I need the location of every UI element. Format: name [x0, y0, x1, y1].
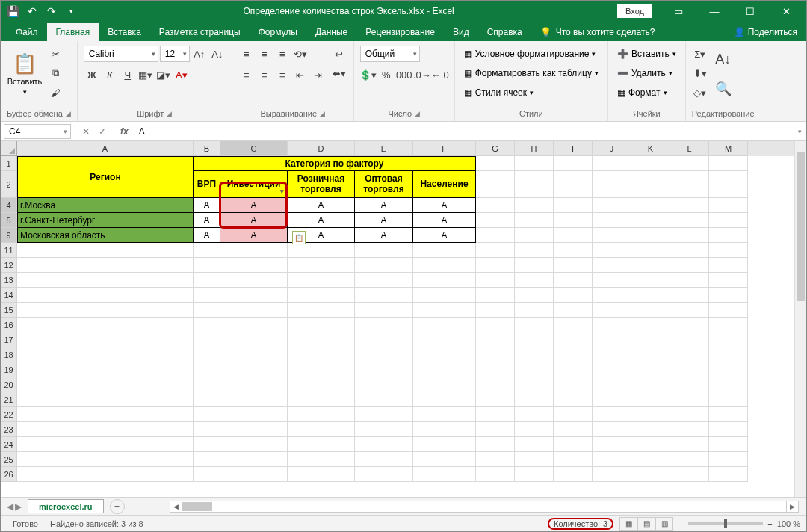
cell[interactable]: [554, 422, 593, 437]
row-header-22[interactable]: 22: [1, 407, 17, 422]
cell[interactable]: [515, 198, 554, 213]
cell[interactable]: [515, 228, 554, 243]
cell[interactable]: [17, 422, 194, 437]
cell[interactable]: [220, 243, 288, 258]
cell[interactable]: [670, 467, 709, 482]
cell[interactable]: [476, 362, 515, 377]
cell[interactable]: [631, 243, 670, 258]
cell[interactable]: [593, 467, 631, 482]
row-header-14[interactable]: 14: [1, 288, 17, 303]
cell[interactable]: [220, 452, 288, 467]
cell[interactable]: [476, 332, 515, 347]
cell[interactable]: Розничная торговля: [288, 171, 355, 198]
cell[interactable]: [554, 407, 593, 422]
qat-dropdown-icon[interactable]: ▾: [62, 2, 80, 20]
cell[interactable]: [288, 407, 355, 422]
cell[interactable]: [631, 258, 670, 273]
fill-icon[interactable]: ⬇▾: [692, 65, 708, 81]
cell[interactable]: [17, 258, 194, 273]
cell[interactable]: [476, 407, 515, 422]
cell[interactable]: [413, 452, 476, 467]
cell[interactable]: [709, 407, 748, 422]
cell[interactable]: [220, 362, 288, 377]
cell[interactable]: [554, 318, 593, 332]
accounting-icon[interactable]: 💲▾: [360, 66, 377, 83]
cell[interactable]: [515, 288, 554, 303]
merge-icon[interactable]: ⬌▾: [331, 65, 347, 81]
dialog-launcher-icon[interactable]: ◢: [167, 110, 172, 117]
cell[interactable]: [709, 273, 748, 288]
maximize-icon[interactable]: ☐: [733, 1, 767, 22]
row-header-25[interactable]: 25: [1, 452, 17, 467]
cell[interactable]: [709, 228, 748, 243]
cell[interactable]: [288, 362, 355, 377]
tab-data[interactable]: Данные: [306, 23, 356, 41]
cell[interactable]: A: [413, 198, 476, 213]
cell[interactable]: [515, 156, 554, 171]
zoom-in-icon[interactable]: +: [767, 519, 772, 528]
col-header-H[interactable]: H: [515, 141, 554, 156]
cell[interactable]: Регион: [17, 156, 194, 198]
cell[interactable]: [593, 332, 631, 347]
row-header-5[interactable]: 5: [1, 213, 17, 228]
cell[interactable]: A: [355, 228, 413, 243]
cell[interactable]: [670, 318, 709, 332]
cell[interactable]: [631, 362, 670, 377]
font-name-combo[interactable]: Calibri: [84, 46, 158, 62]
cell[interactable]: [288, 288, 355, 303]
cell[interactable]: [476, 288, 515, 303]
cell[interactable]: [476, 198, 515, 213]
tell-me[interactable]: 💡Что вы хотите сделать?: [531, 23, 664, 41]
scroll-thumb[interactable]: [182, 502, 212, 511]
autosum-icon[interactable]: Σ▾: [692, 46, 708, 62]
tab-view[interactable]: Вид: [444, 23, 478, 41]
cell[interactable]: [288, 258, 355, 273]
cell[interactable]: [413, 467, 476, 482]
cell[interactable]: [709, 171, 748, 198]
cell[interactable]: [194, 347, 220, 362]
cell[interactable]: [17, 437, 194, 452]
row-header-17[interactable]: 17: [1, 332, 17, 347]
fill-color-icon[interactable]: ◪▾: [155, 66, 172, 83]
cell[interactable]: [670, 452, 709, 467]
cell[interactable]: [670, 303, 709, 318]
cell[interactable]: [515, 273, 554, 288]
cell[interactable]: [631, 198, 670, 213]
wrap-text-icon[interactable]: ↩: [331, 46, 347, 62]
cell[interactable]: [220, 288, 288, 303]
cell[interactable]: [709, 362, 748, 377]
col-header-D[interactable]: D: [288, 141, 355, 156]
cell[interactable]: [593, 213, 631, 228]
cell[interactable]: г.Санкт-Петербург: [17, 213, 194, 228]
cell[interactable]: [17, 243, 194, 258]
align-right-icon[interactable]: ≡: [274, 66, 291, 83]
cell[interactable]: [631, 452, 670, 467]
cell[interactable]: [17, 273, 194, 288]
cell[interactable]: A: [194, 228, 220, 243]
cell[interactable]: [476, 392, 515, 407]
cell[interactable]: [413, 243, 476, 258]
row-header-12[interactable]: 12: [1, 258, 17, 273]
cell[interactable]: ВРП: [194, 171, 220, 198]
tab-nav-next-icon[interactable]: ▶: [15, 501, 22, 512]
cell[interactable]: [515, 362, 554, 377]
cell[interactable]: [515, 303, 554, 318]
cell[interactable]: Московская область: [17, 228, 194, 243]
cell[interactable]: [515, 243, 554, 258]
zoom-slider[interactable]: [688, 522, 763, 525]
cell[interactable]: [413, 392, 476, 407]
delete-cells-button[interactable]: ➖Удалить▾: [614, 65, 679, 81]
col-header-B[interactable]: B: [194, 141, 220, 156]
cell[interactable]: [413, 303, 476, 318]
cell[interactable]: A: [288, 213, 355, 228]
cell[interactable]: [631, 303, 670, 318]
cell[interactable]: [554, 452, 593, 467]
cell[interactable]: Категория по фактору: [194, 156, 476, 171]
redo-icon[interactable]: ↷: [43, 2, 61, 20]
cell[interactable]: [194, 377, 220, 392]
cell[interactable]: [709, 288, 748, 303]
cell[interactable]: [17, 377, 194, 392]
tab-layout[interactable]: Разметка страницы: [150, 23, 250, 41]
cell[interactable]: [355, 332, 413, 347]
zoom-out-icon[interactable]: –: [679, 519, 684, 528]
